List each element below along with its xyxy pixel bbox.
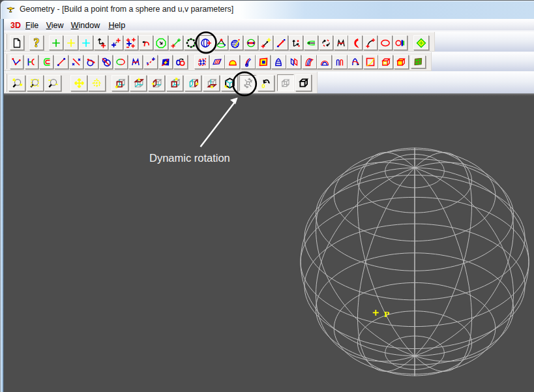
svg-text:0: 0 (261, 82, 265, 89)
svg-text:?: ? (33, 38, 39, 48)
